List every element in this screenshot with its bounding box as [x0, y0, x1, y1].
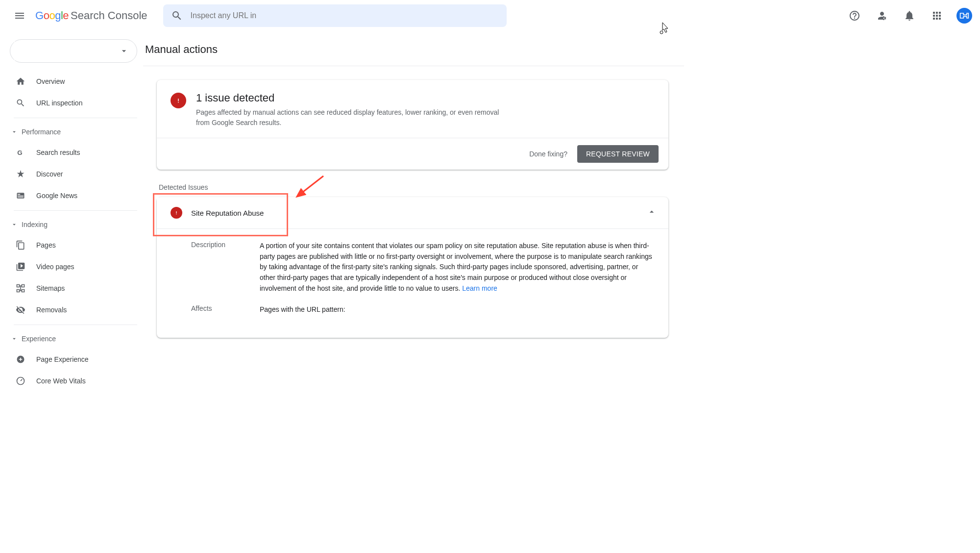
sidebar-item-label: Core Web Vitals — [36, 377, 86, 385]
sitemap-icon — [15, 282, 26, 294]
issue-count-title: 1 issue detected — [196, 92, 510, 104]
detected-issues-label: Detected Issues — [159, 183, 668, 191]
user-settings-button[interactable] — [872, 6, 892, 25]
sidebar-item-video-pages[interactable]: Video pages — [0, 256, 137, 277]
issue-detail-card: Site Reputation Abuse Description A port… — [157, 197, 668, 338]
svg-text:G: G — [17, 149, 22, 156]
sidebar-item-label: Discover — [36, 170, 63, 178]
removal-icon — [15, 304, 26, 316]
request-review-button[interactable]: REQUEST REVIEW — [577, 145, 659, 163]
g-icon: G — [15, 147, 26, 158]
sidebar-item-sitemaps[interactable]: Sitemaps — [0, 277, 137, 299]
home-icon — [15, 75, 26, 87]
sidebar-section-indexing[interactable]: Indexing — [0, 215, 145, 234]
error-icon — [171, 93, 186, 108]
sidebar-item-label: Overview — [36, 77, 65, 85]
affects-value: Pages with the URL pattern: — [260, 304, 655, 315]
sidebar-item-url-inspection[interactable]: URL inspection — [0, 92, 137, 114]
sidebar-section-experience[interactable]: Experience — [0, 329, 145, 349]
star-icon — [15, 168, 26, 180]
video-icon — [15, 261, 26, 273]
url-inspect-search[interactable] — [163, 4, 507, 27]
plus-circle-icon — [15, 353, 26, 365]
sidebar-item-page-experience[interactable]: Page Experience — [0, 349, 137, 370]
issue-summary-card: 1 issue detected Pages affected by manua… — [157, 80, 668, 170]
property-selector[interactable] — [10, 39, 137, 63]
issue-subtitle: Pages affected by manual actions can see… — [196, 107, 510, 128]
chevron-down-icon — [11, 335, 18, 342]
sidebar-item-overview[interactable]: Overview — [0, 71, 137, 92]
google-logo: Google — [35, 9, 69, 22]
error-icon — [171, 207, 182, 219]
svg-rect-2 — [18, 194, 20, 195]
sidebar-item-label: Page Experience — [36, 355, 89, 363]
sidebar-item-label: Sitemaps — [36, 284, 65, 292]
description-label: Description — [191, 241, 240, 294]
sidebar-item-removals[interactable]: Removals — [0, 299, 137, 321]
apps-button[interactable] — [927, 6, 947, 25]
learn-more-link[interactable]: Learn more — [462, 284, 497, 292]
issue-header[interactable]: Site Reputation Abuse — [157, 197, 668, 228]
sidebar-item-label: Video pages — [36, 263, 74, 271]
done-fixing-label: Done fixing? — [529, 150, 567, 158]
search-input[interactable] — [191, 11, 499, 20]
hamburger-menu-button[interactable] — [8, 4, 31, 27]
sidebar: Overview URL inspection Performance G Se… — [0, 31, 145, 396]
search-icon — [171, 10, 183, 22]
sidebar-item-label: Removals — [36, 306, 67, 314]
sidebar-item-discover[interactable]: Discover — [0, 163, 137, 185]
search-icon — [15, 97, 26, 109]
affects-label: Affects — [191, 304, 240, 315]
page-title: Manual actions — [145, 31, 668, 66]
sidebar-item-label: Pages — [36, 241, 56, 249]
notifications-button[interactable] — [900, 6, 919, 25]
issue-title: Site Reputation Abuse — [191, 209, 638, 217]
sidebar-item-google-news[interactable]: Google News — [0, 185, 137, 206]
sidebar-item-label: Search results — [36, 149, 80, 156]
chevron-up-icon — [647, 207, 657, 219]
description-value: A portion of your site contains content … — [260, 241, 655, 294]
help-button[interactable] — [845, 6, 864, 25]
chevron-down-icon — [11, 128, 18, 135]
section-label: Experience — [22, 335, 56, 343]
logo: Google Search Console — [35, 9, 147, 22]
svg-rect-4 — [18, 197, 24, 198]
news-icon — [15, 190, 26, 201]
chevron-down-icon — [119, 46, 129, 56]
svg-rect-3 — [18, 196, 24, 196]
sidebar-item-pages[interactable]: Pages — [0, 234, 137, 256]
sidebar-item-search-results[interactable]: G Search results — [0, 142, 137, 163]
pages-icon — [15, 239, 26, 251]
product-name: Search Console — [71, 9, 147, 22]
sidebar-item-label: Google News — [36, 192, 77, 200]
chevron-down-icon — [11, 221, 18, 228]
sidebar-item-core-web-vitals[interactable]: Core Web Vitals — [0, 370, 137, 392]
sidebar-section-performance[interactable]: Performance — [0, 122, 145, 142]
sidebar-item-label: URL inspection — [36, 99, 82, 107]
account-avatar[interactable] — [956, 8, 972, 24]
section-label: Indexing — [22, 221, 48, 228]
section-label: Performance — [22, 128, 61, 136]
gauge-icon — [15, 375, 26, 387]
